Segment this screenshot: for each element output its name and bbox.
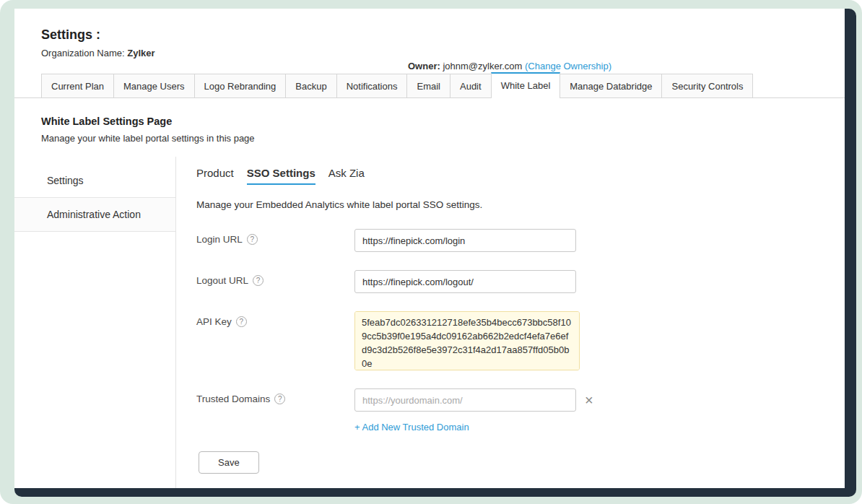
owner-email: johnm@zylker.com <box>443 61 525 71</box>
section-subheading: Manage your white label portal settings … <box>41 133 845 144</box>
sidebar: Settings Administrative Action <box>14 157 176 488</box>
trusted-domain-input[interactable] <box>354 388 576 412</box>
subtab-product[interactable]: Product <box>196 167 234 185</box>
organization-label: Organization Name: <box>41 48 127 58</box>
api-key-label-col: API Key? <box>196 311 354 370</box>
tab-manage-databridge[interactable]: Manage Databridge <box>560 74 662 97</box>
background-window: Settings : Organization Name: Zylker Own… <box>14 9 856 497</box>
logout-url-input[interactable] <box>354 270 576 293</box>
sidebar-item-settings[interactable]: Settings <box>14 164 175 197</box>
trusted-domains-label-col: Trusted Domains? <box>196 388 354 433</box>
tab-audit[interactable]: Audit <box>450 74 492 97</box>
tab-backup[interactable]: Backup <box>285 74 336 97</box>
organization-value: Zylker <box>127 48 154 58</box>
login-url-label: Login URL <box>196 234 243 245</box>
tab-white-label[interactable]: White Label <box>491 72 561 98</box>
tab-security-controls[interactable]: Security Controls <box>661 74 753 97</box>
change-ownership-link[interactable]: (Change Ownership) <box>525 61 611 71</box>
api-key-row: API Key? 5feab7dc026331212718efe35b4becc… <box>196 311 845 370</box>
app-frame: Settings : Organization Name: Zylker Own… <box>0 0 862 504</box>
sidebar-item-administrative-action[interactable]: Administrative Action <box>14 197 175 232</box>
header: Settings : Organization Name: Zylker Own… <box>14 27 845 58</box>
login-url-row: Login URL? <box>196 229 845 252</box>
logout-url-label: Logout URL <box>196 275 248 286</box>
settings-tabbar: Current Plan Manage Users Logo Rebrandin… <box>14 73 845 98</box>
trusted-domains-help-icon[interactable]: ? <box>274 394 285 404</box>
save-row: Save <box>196 451 845 474</box>
content-area: Settings Administrative Action Product S… <box>14 157 845 488</box>
api-key-help-icon[interactable]: ? <box>236 316 247 327</box>
sso-description: Manage your Embedded Analytics white lab… <box>196 199 845 210</box>
logout-url-label-col: Logout URL? <box>196 270 354 293</box>
logout-url-row: Logout URL? <box>196 270 845 293</box>
add-trusted-domain-link[interactable]: + Add New Trusted Domain <box>354 422 469 433</box>
organization-name: Organization Name: Zylker <box>41 48 845 58</box>
trusted-domains-field-group: × + Add New Trusted Domain <box>354 388 593 433</box>
remove-domain-icon[interactable]: × <box>585 393 593 407</box>
login-url-label-col: Login URL? <box>196 229 354 252</box>
tab-email[interactable]: Email <box>406 74 450 97</box>
main-panel: Product SSO Settings Ask Zia Manage your… <box>176 157 845 488</box>
subtab-bar: Product SSO Settings Ask Zia <box>196 167 845 185</box>
owner-label: Owner: <box>408 61 443 71</box>
login-url-help-icon[interactable]: ? <box>247 234 258 245</box>
tab-logo-rebranding[interactable]: Logo Rebranding <box>194 74 287 97</box>
sso-form: Login URL? Logout URL? API Key? 5feab7dc… <box>196 229 845 474</box>
api-key-label: API Key <box>196 316 232 327</box>
owner-info: Owner: johnm@zylker.com (Change Ownershi… <box>408 61 611 71</box>
tab-current-plan[interactable]: Current Plan <box>41 74 114 97</box>
trusted-domains-label: Trusted Domains <box>196 394 270 404</box>
settings-panel: Settings : Organization Name: Zylker Own… <box>14 9 845 488</box>
tab-notifications[interactable]: Notifications <box>336 74 408 97</box>
api-key-textarea[interactable]: 5feab7dc026331212718efe35b4becc673bbc58f… <box>354 311 580 370</box>
subtab-ask-zia[interactable]: Ask Zia <box>328 167 365 185</box>
login-url-input[interactable] <box>354 229 576 252</box>
tab-manage-users[interactable]: Manage Users <box>113 74 195 97</box>
subtab-sso-settings[interactable]: SSO Settings <box>247 167 315 185</box>
logout-url-help-icon[interactable]: ? <box>253 275 264 286</box>
save-button[interactable]: Save <box>199 451 259 474</box>
page-title: Settings : <box>41 27 845 43</box>
section-heading: White Label Settings Page <box>41 116 845 127</box>
trusted-domains-row: Trusted Domains? × + Add New Trusted Dom… <box>196 388 845 433</box>
trusted-domain-field: × <box>354 388 593 412</box>
